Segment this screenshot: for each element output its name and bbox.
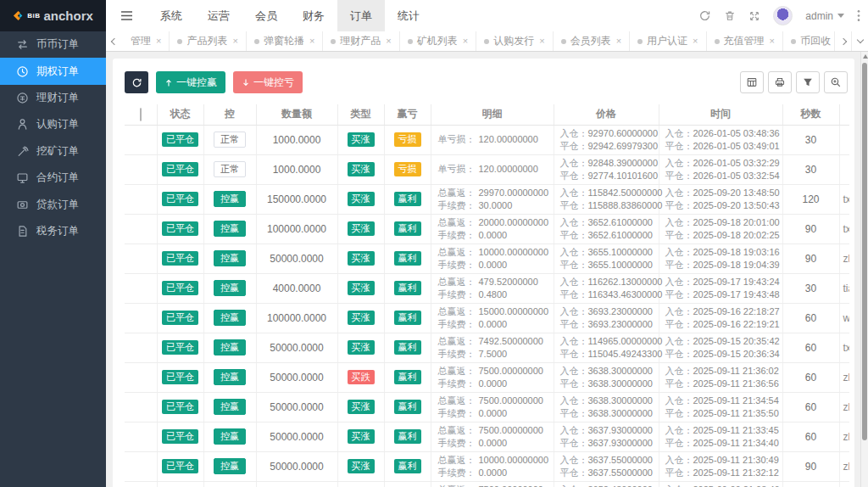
seconds-cell: 60 [782, 333, 839, 362]
scrollbar-up-icon[interactable] [863, 54, 868, 59]
status-badge: 已平仓 [162, 340, 198, 355]
tab-close-icon[interactable]: × [693, 36, 698, 46]
control-button[interactable]: 控赢 [214, 310, 246, 326]
result-badge: 赢利 [394, 370, 421, 384]
col-detail: 明细 [431, 104, 554, 125]
nav-item-order[interactable]: 订单 [337, 0, 385, 31]
seconds-cell: 60 [782, 392, 839, 422]
fullscreen-icon[interactable] [748, 10, 760, 22]
sidebar-item-contract-orders[interactable]: 合约订单 [0, 165, 106, 191]
tabs-scroll-right-icon[interactable] [834, 31, 851, 51]
tab-product-list[interactable]: 产品列表× [170, 31, 246, 51]
time-cell: 入仓：2025-09-15 20:35:42平仓：2025-09-15 20:3… [659, 333, 782, 362]
col-time: 时间 [659, 104, 782, 125]
control-button[interactable]: 控赢 [214, 399, 246, 415]
refresh-icon[interactable] [698, 9, 711, 22]
extra-cell [839, 125, 849, 154]
more-options-icon[interactable] [857, 9, 860, 22]
tab-miner-list[interactable]: 矿机列表× [400, 31, 476, 51]
collapse-menu-icon[interactable] [106, 10, 147, 21]
trash-icon[interactable] [724, 9, 736, 22]
force-lose-all-button[interactable]: 一键控亏 [233, 71, 303, 93]
seconds-cell: 90 [782, 451, 839, 481]
search-icon[interactable] [824, 71, 848, 93]
export-icon[interactable] [796, 71, 820, 93]
brand-text: BiB [27, 12, 40, 20]
type-badge: 买涨 [348, 221, 375, 236]
refresh-table-button[interactable] [125, 71, 148, 93]
tab-member-list[interactable]: 会员列表× [554, 31, 630, 51]
tab-coin-recycle[interactable]: 币回收× [783, 31, 834, 51]
nav-item-finance[interactable]: 财务 [290, 0, 337, 31]
detail-cell: 总赢返：10000.00000000手续费：0.0000 [431, 244, 554, 273]
control-cell: 控赢 [203, 244, 256, 273]
control-button[interactable]: 正常 [214, 161, 246, 177]
result-badge: 赢利 [394, 459, 421, 473]
time-cell: 入仓：2025-09-18 19:03:16平仓：2025-09-18 19:0… [659, 244, 782, 273]
sidebar-item-subscribe-orders[interactable]: 认购订单 [0, 111, 106, 137]
nav-item-system[interactable]: 系统 [147, 0, 195, 31]
col-price: 价格 [554, 104, 659, 125]
status-cell: 已平仓 [157, 184, 203, 214]
control-button[interactable]: 控赢 [214, 428, 246, 445]
control-button[interactable]: 控赢 [214, 339, 246, 355]
control-cell: 控赢 [203, 481, 256, 487]
tab-manage[interactable]: 管理× [123, 31, 170, 51]
user-menu[interactable]: admin [805, 10, 844, 22]
tab-user-auth[interactable]: 用户认证× [630, 31, 706, 51]
type-badge: 买涨 [348, 162, 375, 176]
status-cell: 已平仓 [157, 362, 203, 392]
tab-close-icon[interactable]: × [386, 36, 391, 46]
avatar[interactable] [773, 6, 793, 25]
tab-close-icon[interactable]: × [156, 36, 161, 46]
table-row: 已平仓正常1000.0000买涨亏损单亏损：120.00000000入仓：928… [125, 154, 849, 184]
sidebar-item-label: 合约订单 [36, 171, 79, 185]
control-button[interactable]: 控赢 [214, 221, 246, 237]
tab-bar: 管理×产品列表×弹窗轮播×理财产品×矿机列表×认购发行×会员列表×用户认证×充值… [106, 31, 868, 52]
control-button[interactable]: 控赢 [214, 191, 246, 207]
sidebar-item-label: 贷款订单 [36, 198, 79, 212]
tab-popup-carousel[interactable]: 弹窗轮播× [247, 31, 323, 51]
control-button[interactable]: 控赢 [214, 250, 246, 266]
tab-subscribe-issue[interactable]: 认购发行× [476, 31, 553, 51]
print-icon[interactable] [768, 71, 792, 93]
page-scrollbar[interactable] [860, 52, 868, 487]
nav-item-operation[interactable]: 运营 [195, 0, 242, 31]
row-select-cell [125, 392, 157, 422]
row-select-cell [125, 422, 157, 451]
app-logo[interactable]: BiB anchorx [0, 0, 106, 31]
tabs-dropdown-icon[interactable] [851, 31, 868, 51]
extra-cell: zh [839, 422, 849, 451]
sidebar-item-coin-orders[interactable]: 币币订单 [0, 31, 106, 58]
control-button[interactable]: 正常 [214, 132, 246, 148]
control-button[interactable]: 控赢 [214, 458, 246, 474]
tab-dot [484, 39, 489, 44]
force-win-all-button[interactable]: 一键控赢 [156, 71, 225, 93]
col-control: 控 [203, 104, 256, 125]
tab-close-icon[interactable]: × [616, 36, 621, 46]
control-button[interactable]: 控赢 [214, 369, 246, 385]
tabs-scroll-left-icon[interactable] [106, 31, 123, 51]
columns-filter-icon[interactable] [740, 71, 764, 93]
tab-wealth-product[interactable]: 理财产品× [323, 31, 399, 51]
tab-close-icon[interactable]: × [232, 36, 237, 46]
nav-item-member[interactable]: 会员 [242, 0, 290, 31]
tab-close-icon[interactable]: × [539, 36, 544, 46]
sidebar-item-tax-orders[interactable]: 税务订单 [0, 218, 106, 244]
tab-recharge-manage[interactable]: 充值管理× [707, 31, 783, 51]
sidebar-item-mining-orders[interactable]: 挖矿订单 [0, 138, 106, 165]
nav-item-statistic[interactable]: 统计 [385, 0, 432, 31]
type-badge: 买涨 [348, 400, 375, 414]
tab-close-icon[interactable]: × [463, 36, 468, 46]
status-badge: 已平仓 [162, 251, 198, 266]
sidebar-item-loan-orders[interactable]: 贷款订单 [0, 191, 106, 217]
scrollbar-thumb[interactable] [862, 63, 867, 440]
sidebar-item-wealth-orders[interactable]: 理财订单 [0, 85, 106, 111]
control-button[interactable]: 控赢 [214, 280, 246, 296]
sidebar-item-option-orders[interactable]: 期权订单 [0, 58, 106, 84]
status-badge: 已平仓 [162, 281, 198, 295]
tab-close-icon[interactable]: × [309, 36, 314, 46]
select-all-checkbox[interactable] [140, 108, 142, 121]
tab-close-icon[interactable]: × [770, 36, 775, 46]
arrow-down-icon [242, 78, 250, 87]
